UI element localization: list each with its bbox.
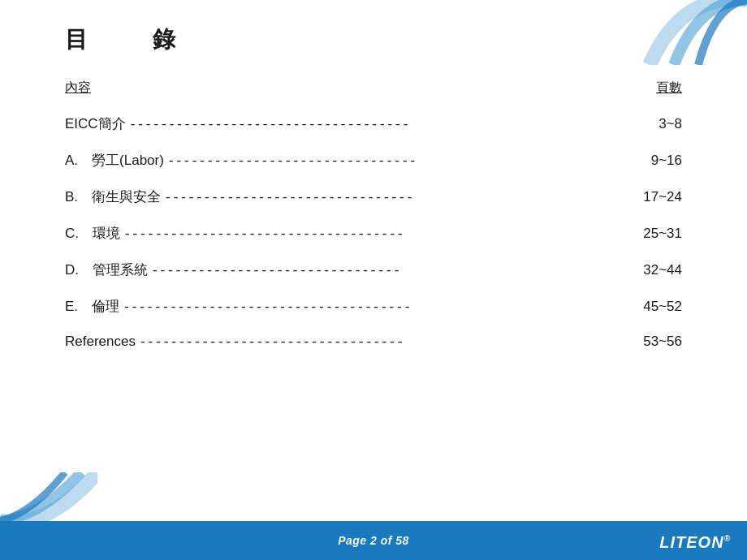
toc-item-pages-references: 53~56 [643,334,682,350]
toc-item-pages-health: 17~24 [643,189,682,205]
toc-item-pages-ethics: 45~52 [643,299,682,315]
toc-item-label-environment: C. 環境 [65,224,120,243]
toc-item-management: D. 管理系統--------------------------------3… [65,261,682,279]
toc-item-label-management: D. 管理系統 [65,261,148,279]
bottom-left-decoration [0,472,97,521]
page-title: 目 錄 [65,24,682,55]
toc-item-pages-management: 32~44 [643,262,682,278]
main-content: 目 錄 內容 頁數 EICC簡介------------------------… [0,0,747,416]
toc-item-dashes-labor: -------------------------------- [167,154,648,169]
toc-item-health: B. 衛生與安全--------------------------------… [65,187,682,206]
toc-item-pages-environment: 25~31 [643,226,682,242]
toc-item-dashes-management: -------------------------------- [151,264,640,278]
toc-item-environment: C. 環境-----------------------------------… [65,224,682,243]
toc-content-header: 內容 [65,80,91,97]
toc-item-ethics: E. 倫理-----------------------------------… [65,297,682,316]
toc-item-label-references: References [65,334,136,350]
toc-page-header: 頁數 [656,80,682,97]
toc-item-references: References------------------------------… [65,334,682,350]
toc-item-label-health: B. 衛生與安全 [65,187,161,206]
toc-item-eicc: EICC簡介----------------------------------… [65,114,682,133]
toc-item-dashes-ethics: ------------------------------------- [123,300,640,315]
table-of-contents: 內容 頁數 EICC簡介----------------------------… [65,80,682,350]
toc-item-dashes-health: -------------------------------- [164,191,640,205]
bottom-bar: Page 2 of 58 LITEON® [0,521,747,560]
liteon-logo: LITEON® [659,533,731,552]
toc-item-labor: A. 勞工(Labor)----------------------------… [65,151,682,170]
page-number: Page 2 of 58 [338,534,409,547]
toc-item-label-eicc: EICC簡介 [65,114,126,133]
toc-item-dashes-environment: ------------------------------------ [123,227,640,242]
toc-item-label-labor: A. 勞工(Labor) [65,151,164,170]
toc-item-pages-eicc: 3~8 [658,116,682,132]
toc-item-dashes-references: ---------------------------------- [139,335,640,350]
toc-item-dashes-eicc: ------------------------------------ [129,118,656,132]
logo-text: LITEON® [659,533,731,552]
toc-header: 內容 頁數 [65,80,682,98]
toc-item-label-ethics: E. 倫理 [65,297,119,316]
toc-item-pages-labor: 9~16 [651,153,682,169]
toc-list: EICC簡介----------------------------------… [65,114,682,350]
